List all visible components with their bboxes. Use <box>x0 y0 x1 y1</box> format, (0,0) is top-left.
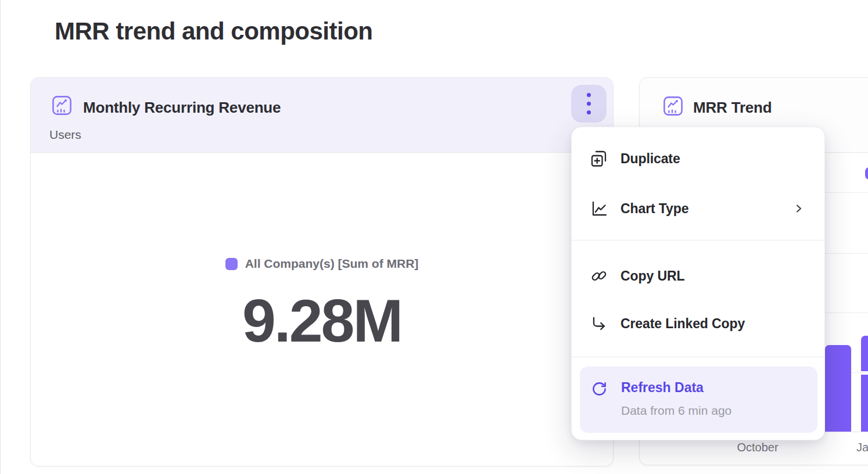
kebab-menu-icon <box>587 93 591 114</box>
metric-legend: All Company(s) [Sum of MRR] <box>225 257 419 271</box>
trend-card-title: MRR Trend <box>693 99 772 117</box>
legend-label: All Company(s) [Sum of MRR] <box>245 257 419 271</box>
page-left-edge-divider <box>0 0 1 474</box>
menu-item-label: Chart Type <box>620 201 688 217</box>
chart-card-icon <box>663 96 683 116</box>
mrr-card-subtitle: Users <box>49 128 81 142</box>
mrr-card-title: Monthly Recurring Revenue <box>83 99 281 117</box>
duplicate-icon <box>590 150 608 167</box>
link-icon <box>590 267 608 285</box>
menu-item-copy-url[interactable]: Copy URL <box>572 260 824 292</box>
refresh-icon <box>591 381 607 397</box>
bar-january-segment-bottom[interactable] <box>861 375 868 432</box>
bar-october[interactable] <box>825 345 851 432</box>
trend-legend-color-chip <box>865 167 868 179</box>
mrr-card-header: Monthly Recurring Revenue Users <box>31 78 613 153</box>
menu-item-create-linked-copy[interactable]: Create Linked Copy <box>572 307 824 340</box>
dashboard-page: MRR trend and composition Monthly Recurr… <box>0 0 868 474</box>
mrr-metric-card: Monthly Recurring Revenue Users All Comp… <box>30 77 614 466</box>
linked-copy-icon <box>590 315 608 332</box>
menu-divider <box>572 240 824 240</box>
chart-card-icon <box>52 95 72 116</box>
refresh-data-label: Refresh Data <box>621 380 704 396</box>
menu-item-label: Create Linked Copy <box>620 316 745 332</box>
x-axis-label-january: Ja <box>856 441 868 454</box>
card-options-context-menu: Duplicate Chart Type Copy URL <box>571 127 825 440</box>
menu-item-label: Copy URL <box>620 268 684 284</box>
card-options-kebab-button[interactable] <box>571 85 607 123</box>
menu-item-duplicate[interactable]: Duplicate <box>572 142 824 175</box>
chevron-right-icon <box>794 204 804 213</box>
menu-divider <box>572 357 824 357</box>
mrr-metric-body: All Company(s) [Sum of MRR] 9.28M <box>31 153 613 467</box>
x-axis-label-october: October <box>721 441 794 454</box>
menu-item-refresh-data[interactable]: Refresh Data Data from 6 min ago <box>580 367 817 433</box>
legend-color-chip <box>225 258 238 270</box>
bar-january-segment-top[interactable] <box>861 336 868 371</box>
page-title: MRR trend and composition <box>55 17 373 45</box>
refresh-data-timestamp: Data from 6 min ago <box>621 404 731 418</box>
menu-item-chart-type[interactable]: Chart Type <box>572 192 824 225</box>
metric-big-number: 9.28M <box>242 290 401 351</box>
chart-type-icon <box>590 200 608 217</box>
menu-item-label: Duplicate <box>620 151 680 167</box>
